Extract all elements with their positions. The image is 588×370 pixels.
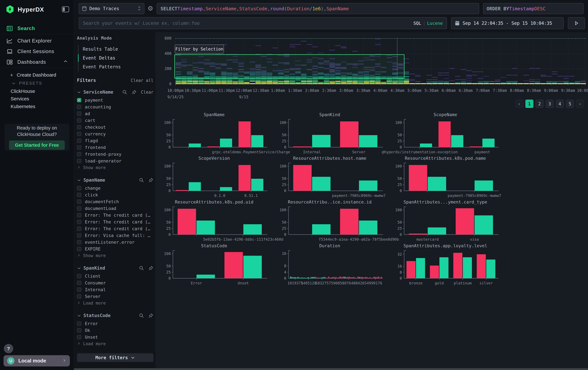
pagination-page-3[interactable]: 3 (546, 100, 554, 108)
filter-option-currency[interactable]: currency (77, 130, 153, 137)
filter-option-error[interactable]: Error (77, 320, 153, 327)
presets-toggle[interactable]: PRESETS (11, 81, 42, 86)
filter-option-frontend-proxy[interactable]: frontend-proxy (77, 151, 153, 158)
chart-plot[interactable]: 02550100grpc.oteldemo.PaymentService/Cha… (161, 119, 267, 155)
filter-option-cart[interactable]: cart (77, 117, 153, 124)
checkbox-unchecked[interactable] (77, 132, 81, 136)
chevron-down-icon[interactable] (77, 90, 81, 94)
chart-plot[interactable]: 02550100ErrorUnset (161, 250, 267, 286)
checkbox-unchecked[interactable] (77, 118, 81, 123)
search-events-input[interactable]: Search your events w/ Lucene ex. column:… (79, 17, 447, 29)
checkbox-unchecked[interactable] (77, 139, 81, 143)
pin-icon[interactable] (148, 266, 153, 271)
checkbox-unchecked[interactable] (77, 335, 81, 339)
load-more-button[interactable]: Load more (77, 300, 153, 306)
chevron-down-icon[interactable] (77, 313, 81, 318)
checkbox-unchecked[interactable] (77, 105, 81, 109)
search-icon[interactable] (139, 178, 144, 183)
search-icon[interactable] (139, 313, 144, 318)
filter-option-click[interactable]: click (77, 191, 153, 198)
checkbox-unchecked[interactable] (77, 240, 81, 244)
language-lucene-option[interactable]: Lucene (427, 21, 443, 26)
filter-by-selection-button[interactable]: Filter by Selection (175, 45, 224, 54)
filter-option-documentfetch[interactable]: documentFetch (77, 198, 153, 205)
search-icon[interactable] (139, 266, 144, 271)
help-button[interactable]: ? (4, 344, 13, 353)
filter-option-expire[interactable]: EXPIRE (77, 245, 153, 252)
filter-option-checkout[interactable]: checkout (77, 124, 153, 130)
filter-option-error-the-credit-card-[interactable]: Error: The credit card (… (77, 225, 153, 232)
filter-option-error-visa-cache-full-[interactable]: Error: Visa cache full: … (77, 232, 153, 239)
checkbox-unchecked[interactable] (77, 220, 81, 224)
chart-plot[interactable]: 02550100payment-7985c8969c-mwmw7 (392, 162, 498, 199)
chart-plot[interactable]: 025501000.1.00.51.1 (161, 162, 267, 199)
checkbox-unchecked[interactable] (77, 247, 81, 251)
checkbox-unchecked[interactable] (77, 274, 81, 278)
local-mode-menu[interactable]: U Local mode (4, 355, 70, 366)
chart-plot[interactable]: 081632bronzegoldplatinumsilver (392, 250, 498, 286)
pagination-page-4[interactable]: 4 (556, 100, 564, 108)
sidebar-item-client-sessions[interactable]: Client Sessions (0, 47, 74, 56)
filter-option-error-the-credit-card-[interactable]: Error: The credit card (… (77, 212, 153, 219)
filter-option-eventlistener-error[interactable]: eventListener.error (77, 239, 153, 245)
filter-option-consumer[interactable]: Consumer (77, 280, 153, 286)
checkbox-unchecked[interactable] (77, 233, 81, 238)
chart-plot[interactable]: 02550100InternalServer (277, 119, 383, 155)
checkbox-unchecked[interactable] (77, 328, 81, 332)
analysis-mode-results-table[interactable]: Results Table (79, 45, 153, 54)
clear-all-filters-button[interactable]: Clear all (131, 78, 153, 83)
heatmap-selection-box[interactable] (174, 54, 404, 79)
checkbox-unchecked[interactable] (77, 193, 81, 197)
filter-option-server[interactable]: Server (77, 293, 153, 300)
chart-plot[interactable]: 02550100payment-7985c8969c-mwmw7 (277, 162, 383, 199)
filter-option-payment[interactable]: ✓payment (77, 97, 153, 103)
chart-plot[interactable]: 02550100f5344ec9-a1ea-4290-a62a-78f5bee8… (277, 206, 383, 242)
select-query-input[interactable]: SELECT Timestamp, ServiceName, StatusCod… (157, 3, 479, 14)
pin-icon[interactable] (148, 313, 153, 318)
sidebar-item-chart-explorer[interactable]: Chart Explorer (0, 36, 74, 46)
chart-plot[interactable]: 02550100mastercardvisa (392, 206, 498, 242)
checkbox-unchecked[interactable] (77, 227, 81, 231)
checkbox-unchecked[interactable] (77, 288, 81, 292)
checkbox-unchecked[interactable] (77, 200, 81, 204)
chevron-down-icon[interactable] (77, 266, 81, 270)
search-icon[interactable] (122, 90, 127, 95)
gear-icon[interactable]: ⚙ (147, 5, 154, 12)
pagination-next-button[interactable]: › (576, 100, 584, 108)
show-more-button[interactable]: Show more (77, 252, 153, 259)
filter-option-flagd[interactable]: flagd (77, 137, 153, 144)
source-select[interactable]: Demo Traces (79, 3, 144, 14)
filter-option-ad[interactable]: ad (77, 110, 153, 117)
sidebar-preset-clickhouse[interactable]: ClickHouse (0, 87, 84, 95)
pagination-page-2[interactable]: 2 (536, 100, 544, 108)
sidebar-item-dashboards[interactable]: Dashboards (0, 57, 74, 67)
chevron-down-icon[interactable] (77, 178, 81, 182)
chart-plot[interactable]: 0481610193751405128583275759085807648842… (277, 250, 383, 286)
pagination-page-1[interactable]: 1 (525, 100, 533, 108)
checkbox-unchecked[interactable] (77, 186, 81, 190)
pagination-page-5[interactable]: 5 (566, 100, 574, 108)
sidebar-preset-kubernetes[interactable]: Kubernetes (0, 103, 84, 110)
filter-option-change[interactable]: change (77, 185, 153, 191)
pin-icon[interactable] (132, 90, 137, 95)
checkbox-unchecked[interactable] (77, 321, 81, 326)
date-range-picker[interactable]: Sep 14 22:04:35 - Sep 15 10:04:35 (451, 17, 564, 29)
filter-option-load-generator[interactable]: load-generator (77, 158, 153, 164)
chart-plot[interactable]: 025501005e02b5fb-13ae-4296-bbbc-111f423c… (161, 206, 267, 242)
horizontal-scrollbar[interactable] (74, 368, 588, 370)
filter-option-frontend[interactable]: frontend (77, 144, 153, 151)
checkbox-unchecked[interactable] (77, 294, 81, 299)
show-more-button[interactable]: Show more (77, 164, 153, 171)
filter-option-internal[interactable]: Internal (77, 286, 153, 293)
filter-option-client[interactable]: Client (77, 273, 153, 280)
filter-option-unset[interactable]: Unset (77, 334, 153, 340)
sidebar-collapse-icon[interactable] (62, 6, 69, 13)
filter-option-accounting[interactable]: accounting (77, 103, 153, 110)
checkbox-unchecked[interactable] (77, 159, 81, 163)
checkbox-unchecked[interactable] (77, 206, 81, 210)
filter-option-error-the-credit-card-[interactable]: Error: The credit card (… (77, 219, 153, 225)
run-query-button[interactable] (568, 17, 585, 29)
create-dashboard-button[interactable]: + Create Dashboard (0, 71, 84, 79)
get-started-button[interactable]: Get Started for Free (9, 140, 65, 150)
checkbox-unchecked[interactable] (77, 281, 81, 285)
